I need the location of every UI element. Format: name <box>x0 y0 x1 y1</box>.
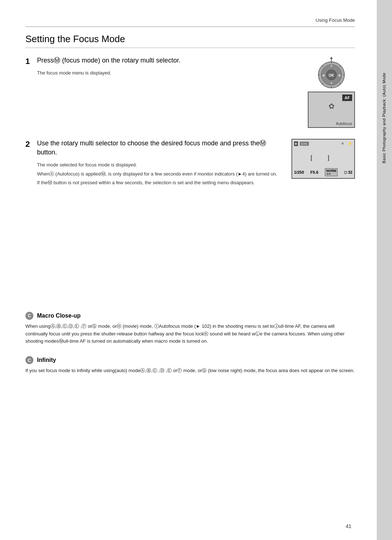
section-macro: C Macro Close-up When usingⒶ,Ⓑ,Ⓒ,Ⓓ,Ⓔ ,Ⓕ … <box>25 312 355 345</box>
svg-text:▼: ▼ <box>330 81 333 85</box>
step-2-subtext-1: The mode selected for focus mode is disp… <box>37 161 281 169</box>
infinity-body: If you set focus mode to infinity while … <box>25 367 355 375</box>
svg-text:▶: ▶ <box>339 73 341 77</box>
cam2-qual-icon: QUAL <box>300 142 309 146</box>
section-infinity: C Infinity If you set focus mode to infi… <box>25 356 355 375</box>
header-title: Using Focus Mode <box>316 17 355 23</box>
page-container: Using Focus Mode Setting the Focus Mode … <box>0 0 392 540</box>
step-1-number: 1 <box>25 57 37 128</box>
cam2-aperture: F5.6 <box>310 170 318 174</box>
step-2-text: Use the rotary multi selector to choose … <box>37 139 281 188</box>
step-1-text: PressⓂ (focus mode) on the rotary multi … <box>37 56 297 78</box>
infinity-heading-row: C Infinity <box>25 356 355 364</box>
cam2-icon-sun: ☀ <box>341 141 344 146</box>
c-badge-infinity: C <box>25 356 33 364</box>
step-1-images: OK ▲ ▼ ◀ ▶ <box>308 56 355 128</box>
cam2-icon-flash: ⚡ <box>347 141 352 146</box>
cam2-bottom-row: 1/250 F5.6 NORM ☆☆ ☐ 32 <box>294 168 352 176</box>
cam2-frames: ☐ 32 <box>344 170 352 174</box>
step-2-heading: Use the rotary multi selector to choose … <box>37 139 281 157</box>
rotary-dial-icon: OK ▲ ▼ ◀ ▶ <box>313 56 350 89</box>
step-2-block: 2 Use the rotary multi selector to choos… <box>25 139 355 188</box>
flower-icon: ✿ <box>328 102 335 110</box>
page-title: Setting the Focus Mode <box>25 33 355 48</box>
cam2-shutter: 1/250 <box>294 170 304 174</box>
cam2-top-row: ■ QUAL ☀ ⚡ <box>294 141 352 146</box>
autofocus-label: Autofocus <box>336 122 352 126</box>
af-label: AF <box>342 94 352 101</box>
svg-marker-9 <box>330 57 333 59</box>
cam2-bracket: [ ] <box>294 148 352 168</box>
cam2-norm: NORM ☆☆ <box>325 168 338 176</box>
macro-body: When usingⒶ,Ⓑ,Ⓒ,Ⓓ,Ⓔ ,Ⓕ orⒼ mode, orⒽ (mo… <box>25 323 355 345</box>
svg-text:▲: ▲ <box>330 64 333 67</box>
camera-screen-1: AF ✿ Autofocus <box>308 92 355 128</box>
c-badge-macro: C <box>25 312 33 320</box>
header-line: Using Focus Mode <box>25 11 355 27</box>
step-2-number: 2 <box>25 140 37 188</box>
macro-heading-text: Macro Close-up <box>37 313 81 319</box>
macro-heading-row: C Macro Close-up <box>25 312 355 320</box>
svg-text:◀: ◀ <box>322 73 324 77</box>
step-1-heading: PressⓂ (focus mode) on the rotary multi … <box>37 56 297 65</box>
step-2-content: Use the rotary multi selector to choose … <box>37 139 355 188</box>
step-1-block: 1 PressⓂ (focus mode) on the rotary mult… <box>25 56 355 128</box>
empty-space <box>25 199 355 301</box>
cam2-mode-icon: ■ <box>294 141 298 146</box>
step-1-content: PressⓂ (focus mode) on the rotary multi … <box>37 56 355 128</box>
main-content: Using Focus Mode Setting the Focus Mode … <box>0 0 377 540</box>
step-2-subtext-3: If theⓂ button is not pressed within a f… <box>37 179 281 186</box>
camera-screen-2: ■ QUAL ☀ ⚡ [ ] 1/250 F5.6 <box>291 139 355 179</box>
infinity-heading-text: Infinity <box>37 357 56 363</box>
page-number: 41 <box>346 523 351 529</box>
right-sidebar: Basic Photography and Playback: (Auto) M… <box>377 0 392 540</box>
step-2-subtext-2: WhenⒶ (Autofocus) is appliedⓂ, is only d… <box>37 170 281 178</box>
svg-text:OK: OK <box>329 73 335 77</box>
cam2-right-icons: ☀ ⚡ <box>341 141 352 146</box>
step-1-subtext: The focus mode menu is displayed. <box>37 69 297 77</box>
sidebar-text: Basic Photography and Playback: (Auto) M… <box>381 73 387 164</box>
